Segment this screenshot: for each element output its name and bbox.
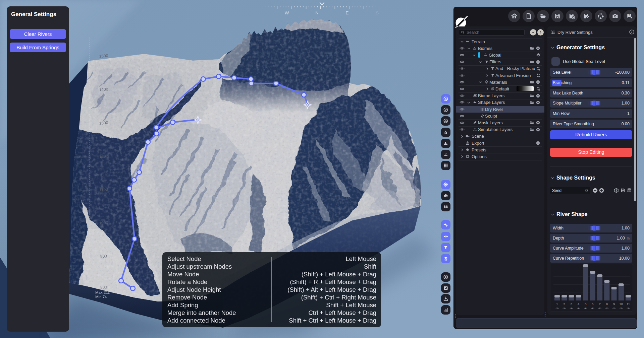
svg-text:S: S	[376, 10, 379, 15]
svg-text:1000: 1000	[99, 220, 108, 225]
svg-text:1100: 1100	[99, 187, 108, 192]
svg-text:N: N	[315, 10, 319, 15]
svg-text:1500: 1500	[99, 53, 108, 59]
svg-text:W: W	[285, 10, 289, 15]
svg-text:7: 7	[599, 302, 601, 306]
svg-text:900: 900	[100, 254, 107, 259]
svg-text:?: ?	[629, 14, 630, 17]
svg-text:1300: 1300	[99, 120, 108, 126]
svg-text:800: 800	[100, 285, 107, 290]
svg-text:5: 5	[585, 302, 586, 306]
svg-text:Max 211: Max 211	[95, 290, 110, 294]
svg-text:10: 10	[620, 302, 623, 306]
svg-text:E: E	[345, 10, 348, 15]
svg-text:Min 74: Min 74	[95, 295, 107, 299]
svg-text:1200: 1200	[99, 154, 108, 159]
svg-text:4: 4	[578, 302, 579, 306]
svg-text:1: 1	[556, 302, 558, 306]
svg-text:3: 3	[571, 302, 572, 306]
svg-text:6: 6	[592, 302, 593, 306]
svg-text:1400: 1400	[99, 87, 108, 92]
svg-text:8: 8	[606, 302, 608, 306]
svg-text:9: 9	[613, 302, 615, 306]
svg-text:11: 11	[627, 302, 630, 306]
svg-text:2: 2	[564, 302, 565, 306]
